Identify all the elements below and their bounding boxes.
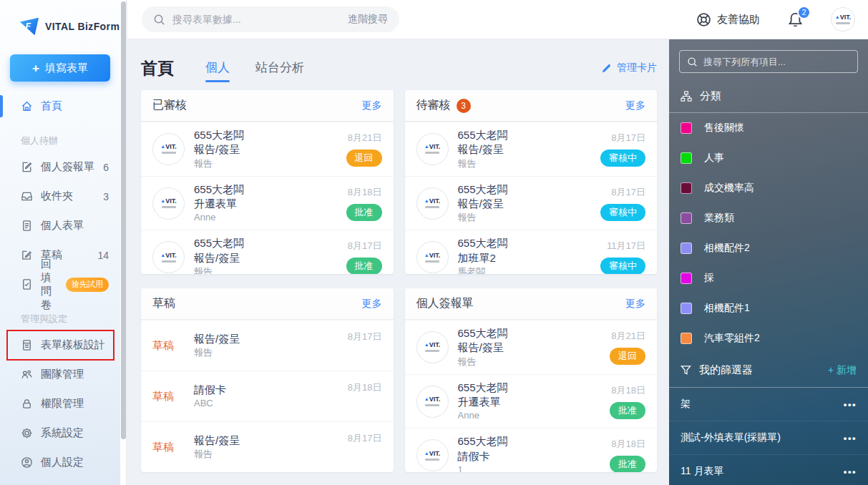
category-item[interactable]: 人事 [669, 143, 868, 173]
section-label-admin: 管理與設定 [0, 299, 120, 330]
sidebar-nav: 首頁 個人待辦 個人簽報單 6 收件夾 3 個 [0, 92, 120, 477]
item-sub: 報告 [458, 356, 610, 368]
card-personal-approvals: 個人簽報單 更多 ▲VIT. 655大老闆 報告/簽呈 報告 8月21日 退回 [405, 288, 658, 472]
filter-item[interactable]: 11 月表單 ••• [669, 455, 868, 485]
item-title: 655大老闆 [458, 128, 601, 142]
pending-count-badge: 3 [457, 99, 471, 113]
category-item[interactable]: 售後關懷 [669, 113, 868, 143]
more-options-icon[interactable]: ••• [844, 399, 857, 410]
sidebar-item-drafts[interactable]: 草稿 14 [0, 240, 120, 270]
scrollbar-thumb[interactable] [121, 1, 126, 439]
sidebar-item-inbox[interactable]: 收件夾 3 [0, 182, 120, 211]
more-options-icon[interactable]: ••• [844, 466, 857, 477]
item-form: 報告/簽呈 [194, 251, 346, 265]
sidebar-item-permissions[interactable]: 權限管理 [0, 389, 120, 418]
category-color-swatch [681, 182, 692, 194]
list-item[interactable]: ▲VIT. 655大老闆 報告/簽呈 報告 8月17日 審核中 [405, 122, 658, 176]
card-drafts: 草稿 更多 草稿 報告/簽呈 報告 8月17日 草稿 請假卡 [141, 288, 394, 472]
sitemap-icon [681, 91, 692, 102]
panel-search-input[interactable] [703, 57, 850, 67]
right-panel: 分類 售後關懷 人事 成交機率高 業務類 相機配件2 [669, 39, 868, 485]
item-form: 請假卡 [458, 449, 610, 464]
list-item[interactable]: ▲VIT. 655大老闆 升遷表單 Anne 8月18日 批准 [405, 374, 658, 428]
list-item[interactable]: ▲VIT. 655大老闆 請假卡 1 8月18日 批准 [405, 428, 658, 472]
tab-personal[interactable]: 個人 [205, 59, 230, 82]
filter-label: 架 [681, 398, 691, 411]
panel-search[interactable] [679, 50, 858, 73]
item-form: 報告/簽呈 [458, 197, 601, 211]
manage-cards-link[interactable]: 管理卡片 [601, 62, 657, 74]
sign-doc-icon [21, 161, 33, 173]
list-item[interactable]: ▲VIT. 655大老闆 升遷表單 Anne 8月18日 批准 [141, 176, 394, 230]
item-date: 8月17日 [348, 240, 382, 253]
more-link[interactable]: 更多 [362, 99, 382, 112]
category-item[interactable]: 業務類 [669, 203, 868, 233]
category-item[interactable]: 成交機率高 [669, 173, 868, 203]
global-search[interactable]: 進階搜尋 [142, 6, 399, 32]
filter-item[interactable]: 架 ••• [669, 388, 868, 421]
sidebar-item-personal-settings[interactable]: 個人設定 [0, 448, 120, 477]
avatar: ▲VIT. [416, 241, 449, 273]
item-sub: 馬老闆 [458, 265, 601, 274]
filter-item[interactable]: 測試-外填表單(採購單) ••• [669, 421, 868, 455]
category-item[interactable]: 汽車零組件2 [669, 323, 868, 353]
list-item[interactable]: 草稿 報告/簽呈 報告 8月17日 [141, 320, 394, 371]
item-date: 8月21日 [611, 330, 645, 343]
add-filter-link[interactable]: + 新增 [828, 364, 857, 377]
user-avatar[interactable]: ▲VIT. [831, 7, 855, 31]
avatar-logo-triangle: ▲ [835, 14, 840, 19]
create-form-button[interactable]: + 填寫表單 [10, 54, 110, 82]
sidebar-item-team-management[interactable]: 團隊管理 [0, 360, 120, 389]
category-label: 汽車零組件2 [704, 332, 760, 345]
sidebar-item-personal-forms[interactable]: 個人表單 [0, 211, 120, 240]
sidebar-item-form-template-design[interactable]: 表單樣板設計 [0, 330, 120, 360]
category-item[interactable]: 相機配件1 [669, 293, 868, 323]
avatar: ▲VIT. [152, 133, 185, 165]
tab-site-analytics[interactable]: 站台分析 [255, 59, 304, 82]
more-options-icon[interactable]: ••• [844, 433, 857, 444]
main-content: 首頁 個人 站台分析 管理卡片 已審核 更多 ▲VIT. [127, 39, 669, 485]
sidebar-scrollbar[interactable] [120, 0, 127, 485]
sidebar-item-personal-approvals[interactable]: 個人簽報單 6 [0, 152, 120, 182]
search-input[interactable] [172, 14, 341, 25]
item-title: 655大老闆 [458, 434, 610, 449]
help-link[interactable]: 友善協助 [696, 12, 760, 27]
category-item[interactable]: 採 [669, 263, 868, 293]
draft-tag: 草稿 [152, 390, 185, 403]
category-label: 採 [704, 272, 714, 285]
category-color-swatch [681, 333, 692, 344]
item-date: 8月21日 [348, 132, 382, 144]
item-sub: 報告 [194, 265, 346, 274]
more-link[interactable]: 更多 [625, 99, 645, 112]
funnel-icon [681, 365, 691, 376]
item-sub: Anne [458, 409, 610, 422]
item-form: 報告/簽呈 [194, 433, 348, 448]
list-item[interactable]: ▲VIT. 655大老闆 報告/簽呈 報告 8月21日 退回 [405, 320, 658, 374]
list-item[interactable]: ▲VIT. 655大老闆 報告/簽呈 報告 8月17日 批准 [141, 230, 394, 274]
card-title: 個人簽報單 [416, 296, 474, 311]
item-date: 8月17日 [611, 186, 645, 199]
category-item[interactable]: 相機配件2 [669, 233, 868, 263]
item-sub: 報告 [194, 157, 346, 170]
sidebar-item-home[interactable]: 首頁 [0, 92, 120, 121]
item-form: 請假卡 [194, 383, 348, 397]
sidebar-item-surveys[interactable]: 回填問卷 搶先試用 [0, 270, 120, 299]
category-color-swatch [681, 303, 692, 314]
category-label: 相機配件2 [704, 242, 750, 255]
item-count: 6 [103, 162, 109, 173]
item-title: 655大老闆 [458, 381, 610, 395]
item-date: 8月17日 [611, 132, 645, 144]
list-item[interactable]: 草稿 請假卡 ABC 8月18日 [141, 371, 394, 421]
list-item[interactable]: 草稿 報告/簽呈 報告 8月17日 [141, 421, 394, 472]
list-item[interactable]: ▲VIT. 655大老闆 報告/簽呈 報告 8月17日 審核中 [405, 176, 658, 230]
more-link[interactable]: 更多 [625, 298, 645, 310]
avatar: ▲VIT. [152, 241, 185, 273]
item-title: 655大老闆 [194, 182, 346, 197]
list-item[interactable]: ▲VIT. 655大老闆 加班單2 馬老闆 11月17日 審核中 [405, 230, 658, 274]
notifications-button[interactable]: 2 [787, 11, 804, 28]
more-link[interactable]: 更多 [362, 298, 382, 310]
list-item[interactable]: ▲VIT. 655大老闆 報告/簽呈 報告 8月21日 退回 [141, 122, 394, 176]
sidebar-item-system-settings[interactable]: 系統設定 [0, 418, 120, 448]
filter-list: 架 ••• 測試-外填表單(採購單) ••• 11 月表單 ••• [669, 388, 868, 485]
advanced-search-link[interactable]: 進階搜尋 [348, 13, 388, 26]
